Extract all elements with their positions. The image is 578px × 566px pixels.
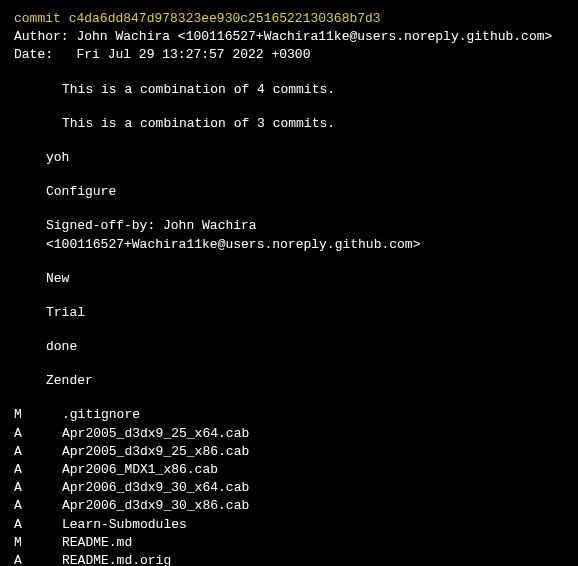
date-label: Date: — [14, 47, 53, 62]
commit-msg-configure: Configure — [14, 183, 564, 201]
file-row: ALearn-Submodules — [14, 516, 564, 534]
commit-msg-combo4: This is a combination of 4 commits. — [14, 81, 564, 99]
file-name: README.md — [62, 534, 564, 552]
file-status: A — [14, 497, 62, 515]
file-status: M — [14, 406, 62, 424]
commit-msg-done: done — [14, 338, 564, 356]
file-status: A — [14, 461, 62, 479]
commit-msg-yoh: yoh — [14, 149, 564, 167]
file-row: AApr2006_MDX1_x86.cab — [14, 461, 564, 479]
file-row: AApr2006_d3dx9_30_x86.cab — [14, 497, 564, 515]
file-row: AApr2006_d3dx9_30_x64.cab — [14, 479, 564, 497]
file-status: A — [14, 443, 62, 461]
file-name: Apr2005_d3dx9_25_x86.cab — [62, 443, 564, 461]
file-row: AApr2005_d3dx9_25_x86.cab — [14, 443, 564, 461]
commit-msg-signed: Signed-off-by: John Wachira <100116527+W… — [14, 217, 564, 253]
file-name: Apr2005_d3dx9_25_x64.cab — [62, 425, 564, 443]
commit-msg-trial: Trial — [14, 304, 564, 322]
file-name: Learn-Submodules — [62, 516, 564, 534]
commit-label: commit — [14, 11, 61, 26]
file-name: Apr2006_d3dx9_30_x86.cab — [62, 497, 564, 515]
author-value: John Wachira <100116527+Wachira11ke@user… — [76, 29, 552, 44]
file-name: Apr2006_MDX1_x86.cab — [62, 461, 564, 479]
commit-msg-zender: Zender — [14, 372, 564, 390]
file-status: A — [14, 552, 62, 566]
file-row: AApr2005_d3dx9_25_x64.cab — [14, 425, 564, 443]
file-row: AREADME.md.orig — [14, 552, 564, 566]
commit-line: commit c4da6dd847d978323ee930c2516522130… — [14, 10, 564, 28]
commit-msg-new: New — [14, 270, 564, 288]
commit-msg-combo3: This is a combination of 3 commits. — [14, 115, 564, 133]
file-name: Apr2006_d3dx9_30_x64.cab — [62, 479, 564, 497]
author-line: Author: John Wachira <100116527+Wachira1… — [14, 28, 564, 46]
file-name: README.md.orig — [62, 552, 564, 566]
date-value: Fri Jul 29 13:27:57 2022 +0300 — [76, 47, 310, 62]
file-status: A — [14, 516, 62, 534]
file-status: M — [14, 534, 62, 552]
file-status: A — [14, 479, 62, 497]
file-list: M.gitignoreAApr2005_d3dx9_25_x64.cabAApr… — [14, 406, 564, 566]
file-name: .gitignore — [62, 406, 564, 424]
author-label: Author: — [14, 29, 69, 44]
file-status: A — [14, 425, 62, 443]
date-line: Date: Fri Jul 29 13:27:57 2022 +0300 — [14, 46, 564, 64]
file-row: M.gitignore — [14, 406, 564, 424]
file-row: MREADME.md — [14, 534, 564, 552]
commit-hash: c4da6dd847d978323ee930c2516522130368b7d3 — [69, 11, 381, 26]
